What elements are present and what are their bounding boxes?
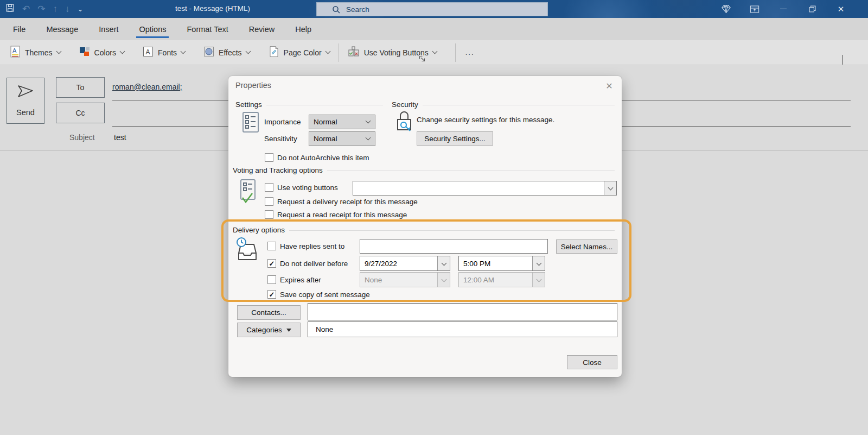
ribbon-separator <box>339 43 339 62</box>
have-replies-label[interactable]: Have replies sent to <box>280 242 344 250</box>
deliver-date-select[interactable]: 9/27/2022 <box>360 256 450 271</box>
collapse-ribbon-icon[interactable] <box>842 55 850 62</box>
autoarchive-row[interactable]: Do not AutoArchive this item <box>265 153 369 162</box>
use-voting-checkbox[interactable] <box>265 183 273 192</box>
save-icon[interactable] <box>5 3 15 15</box>
dialog-close-action-button[interactable]: Close <box>567 355 617 369</box>
autoarchive-label[interactable]: Do not AutoArchive this item <box>277 154 369 162</box>
dialog-close-button[interactable]: ✕ <box>602 79 616 92</box>
expires-after-row[interactable]: Expires after <box>267 275 321 284</box>
deliver-before-label[interactable]: Do not deliver before <box>280 260 348 268</box>
combo-dropdown-button <box>437 273 450 287</box>
categories-field[interactable]: None <box>308 321 617 337</box>
app-titlebar: ↶ ↷ ↑ ↓ ⌄ test - Message (HTML) Search <box>0 0 868 18</box>
voting-options-combobox[interactable] <box>353 181 617 196</box>
minimize-button[interactable] <box>771 0 796 18</box>
tab-message[interactable]: Message <box>36 18 88 40</box>
undo-icon[interactable]: ↶ <box>22 4 30 14</box>
importance-label: Importance <box>264 118 301 126</box>
deliver-time-select[interactable]: 5:00 PM <box>458 256 545 271</box>
security-lock-icon <box>394 110 415 137</box>
read-receipt-label[interactable]: Request a read receipt for this message <box>277 211 407 219</box>
tab-insert[interactable]: Insert <box>88 18 129 40</box>
ribbon-separator <box>455 43 456 62</box>
read-receipt-checkbox[interactable] <box>265 210 273 219</box>
delivery-receipt-checkbox[interactable] <box>265 197 273 206</box>
subject-value[interactable]: test <box>114 133 126 142</box>
to-button[interactable]: To <box>56 77 105 98</box>
chevron-down-icon <box>366 135 371 141</box>
tab-file[interactable]: File <box>3 18 36 40</box>
chevron-down-icon <box>120 49 125 54</box>
autoarchive-checkbox[interactable] <box>265 153 273 162</box>
chevron-down-icon <box>325 49 330 54</box>
tab-review[interactable]: Review <box>239 18 285 40</box>
expires-after-checkbox[interactable] <box>267 275 276 284</box>
use-voting-label[interactable]: Use voting buttons <box>277 184 338 192</box>
premium-gem-icon[interactable] <box>713 0 738 18</box>
qat-customize-icon[interactable]: ⌄ <box>78 5 84 12</box>
categories-button[interactable]: Categories <box>237 323 301 337</box>
delivery-receipt-row[interactable]: Request a delivery receipt for this mess… <box>265 197 418 206</box>
contacts-field[interactable] <box>308 303 617 320</box>
select-names-button[interactable]: Select Names... <box>556 239 617 254</box>
deliver-before-checkbox[interactable]: ✓ <box>267 259 276 268</box>
restore-button[interactable] <box>800 0 825 18</box>
deliver-before-row[interactable]: ✓ Do not deliver before <box>267 259 348 268</box>
outlook-message-window: ↶ ↷ ↑ ↓ ⌄ test - Message (HTML) Search <box>0 0 868 435</box>
move-up-icon[interactable]: ↑ <box>53 4 58 14</box>
properties-dialog: Properties ✕ Settings Importance Normal … <box>228 76 622 377</box>
quick-access-toolbar: ↶ ↷ ↑ ↓ ⌄ <box>5 0 83 18</box>
cc-button[interactable]: Cc <box>56 103 105 123</box>
combo-dropdown-button[interactable] <box>604 181 616 195</box>
page-color-button[interactable]: Page Color <box>263 42 335 63</box>
move-down-icon[interactable]: ↓ <box>65 4 70 14</box>
effects-button[interactable]: Effects <box>198 43 256 62</box>
delivery-receipt-label[interactable]: Request a delivery receipt for this mess… <box>277 198 418 206</box>
combo-dropdown-button[interactable] <box>532 256 545 270</box>
themes-button[interactable]: A Themes <box>4 42 66 63</box>
save-copy-row[interactable]: ✓ Save copy of sent message <box>267 290 370 299</box>
window-title: test - Message (HTML) <box>175 4 250 12</box>
importance-select[interactable]: Normal <box>309 115 375 129</box>
use-voting-buttons-button[interactable]: Use Voting Buttons <box>342 42 442 63</box>
redo-icon[interactable]: ↷ <box>37 4 45 14</box>
tab-help[interactable]: Help <box>285 18 322 40</box>
more-commands-button[interactable]: ... <box>459 45 481 60</box>
fonts-button[interactable]: A Fonts <box>137 43 190 62</box>
have-replies-row[interactable]: Have replies sent to <box>267 242 344 250</box>
to-recipient-link[interactable]: roman@clean.email; <box>112 83 182 91</box>
close-button[interactable]: ✕ <box>828 0 853 18</box>
chevron-down-icon <box>441 260 446 266</box>
combo-dropdown-button <box>532 273 545 287</box>
tab-format-text[interactable]: Format Text <box>176 18 238 40</box>
contacts-button[interactable]: Contacts... <box>237 305 301 320</box>
search-placeholder: Search <box>346 5 369 14</box>
use-voting-row[interactable]: Use voting buttons <box>265 183 338 192</box>
tab-options[interactable]: Options <box>129 18 176 40</box>
svg-text:A: A <box>12 47 17 54</box>
colors-icon <box>79 46 90 59</box>
settings-icon <box>241 111 260 136</box>
save-copy-label[interactable]: Save copy of sent message <box>280 291 370 299</box>
search-bar[interactable]: Search <box>316 2 548 16</box>
close-icon: ✕ <box>838 4 845 14</box>
fonts-icon: A <box>143 46 154 59</box>
sensitivity-select[interactable]: Normal <box>309 131 375 146</box>
save-copy-checkbox[interactable]: ✓ <box>267 290 276 299</box>
chevron-down-icon <box>536 260 541 266</box>
security-settings-button[interactable]: Security Settings... <box>417 131 493 146</box>
security-description: Change security settings for this messag… <box>417 116 554 124</box>
have-replies-checkbox[interactable] <box>267 242 276 250</box>
tracking-dialog-launcher-icon[interactable] <box>419 54 425 64</box>
send-icon <box>16 84 35 100</box>
read-receipt-row[interactable]: Request a read receipt for this message <box>265 210 407 219</box>
ribbon-display-options-icon[interactable] <box>742 0 767 18</box>
expires-after-label[interactable]: Expires after <box>280 276 321 284</box>
send-button[interactable]: Send <box>7 78 44 124</box>
combo-dropdown-button[interactable] <box>437 256 450 270</box>
delivery-options-icon <box>235 237 258 265</box>
voting-tracking-icon <box>239 178 260 207</box>
reply-address-input[interactable] <box>360 239 548 254</box>
colors-button[interactable]: Colors <box>74 43 130 62</box>
